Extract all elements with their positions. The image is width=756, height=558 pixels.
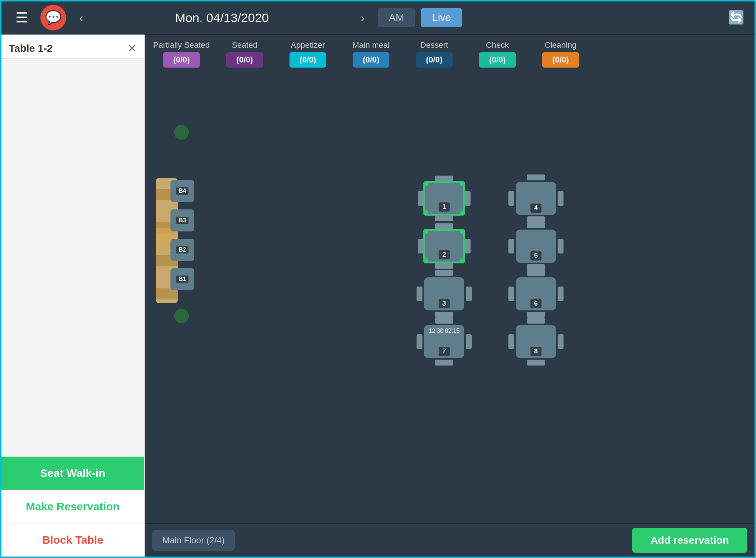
corner-bl [423,210,428,216]
status-item-main-meal[interactable]: Main meal (0/0) [342,40,400,68]
am-button[interactable]: AM [378,8,415,27]
chevron-left-icon: ‹ [79,11,83,25]
chair-top [527,174,545,180]
menu-icon: ☰ [15,10,28,26]
main-layout: Table 1-2 ✕ Seat Walk-in Make Reservatio… [1,35,755,557]
chair-right [466,287,472,301]
chair-right [466,334,472,349]
table-label: 6 [530,299,541,308]
make-reservation-button[interactable]: Make Reservation [1,490,144,523]
table-shape: 3 [424,277,464,310]
bar-seat-b3[interactable]: B3 [170,209,194,231]
refresh-icon: 🔄 [728,10,745,25]
chair-bottom [435,215,453,221]
bar-seat-b2[interactable]: B2 [170,239,194,261]
chat-button[interactable]: 💬 [40,5,66,30]
status-label: Main meal [352,40,389,50]
status-item-check[interactable]: Check (0/0) [468,40,527,68]
left-panel: Table 1-2 ✕ Seat Walk-in Make Reservatio… [1,35,145,557]
table-shape: 4 [516,182,556,215]
add-reservation-button[interactable]: Add reservation [632,528,747,553]
status-label: Partially Seated [153,40,210,50]
status-count: (0/0) [353,52,389,68]
table-label: 4 [530,204,541,213]
status-item-dessert[interactable]: Dessert (0/0) [405,40,464,68]
status-item-cleaning[interactable]: Cleaning (0/0) [531,40,590,68]
status-count: (0/0) [289,52,326,68]
table-1[interactable]: 1 [424,182,464,215]
bar-seat-b1[interactable]: B1 [170,268,194,290]
chevron-right-icon: › [361,11,365,25]
table-7[interactable]: 12:30 02:15 7 [424,325,464,358]
status-count: (0/0) [416,52,453,68]
seat-walkin-button[interactable]: Seat Walk-in [1,457,144,490]
table-time: 12:30 02:15 [429,327,460,335]
table-shape: 6 [516,277,556,310]
right-panel: Partially Seated (0/0) Seated (0/0) Appe… [145,35,755,557]
table-3[interactable]: 3 [424,277,464,310]
table-header: Table 1-2 ✕ [1,35,144,59]
chair-right [465,191,471,206]
table-8[interactable]: 8 [516,325,556,358]
table-label: 5 [530,251,541,260]
table-shape: 12:30 02:15 7 [424,325,464,358]
table-2[interactable]: 2 [424,230,464,263]
bar-seat-b4[interactable]: B4 [170,180,194,202]
refresh-button[interactable]: 🔄 [725,7,747,29]
status-label: Seated [232,40,258,50]
table-label: 2 [439,250,450,259]
plant-decoration-2 [174,309,189,323]
chair-top [527,270,545,276]
chair-bottom [435,360,453,366]
prev-date-button[interactable]: ‹ [72,8,90,27]
table-shape: 8 [516,325,556,358]
next-date-button[interactable]: › [353,8,372,27]
status-count: (0/0) [163,52,200,68]
bottom-bar: Main Floor (2/4) Add reservation [145,523,755,557]
status-label: Appetizer [291,40,325,50]
table-label: 7 [439,347,450,356]
table-content [1,59,144,457]
chair-right [558,239,564,253]
status-count: (0/0) [479,52,516,68]
table-title: Table 1-2 [9,43,53,54]
table-4[interactable]: 4 [516,182,556,215]
table-label: 8 [530,347,541,356]
status-item-appetizer[interactable]: Appetizer (0/0) [278,40,337,68]
table-shape: 5 [516,230,556,263]
chair-top [527,222,545,228]
table-shape: 1 [424,182,464,215]
chair-bottom [527,312,545,318]
bar-stool: B3 [170,209,194,231]
menu-button[interactable]: ☰ [9,5,35,30]
bar-stool: B1 [170,268,194,290]
bar-stool: B4 [170,180,194,202]
status-count: (0/0) [542,52,579,68]
status-item-seated[interactable]: Seated (0/0) [215,40,274,68]
status-item-partially-seated[interactable]: Partially Seated (0/0) [152,40,211,68]
bar-seats: B4 B3 B2 B1 [170,180,194,290]
chair-bottom [527,216,545,222]
close-button[interactable]: ✕ [127,42,137,55]
bar-stool-label: B4 [176,187,188,195]
chair-left [508,239,514,253]
table-5[interactable]: 5 [516,230,556,263]
corner-br [460,210,465,216]
block-table-button[interactable]: Block Table [1,523,144,557]
corner-br [460,258,465,263]
corner-bl [423,258,428,263]
bar-stool: B2 [170,239,194,261]
status-label: Cleaning [545,40,577,50]
chair-top [435,176,453,181]
top-bar: ☰ 💬 ‹ Mon. 04/13/2020 › AM Live 🔄 [1,1,755,35]
bottom-actions: Seat Walk-in Make Reservation Block Tabl… [1,457,144,557]
table-6[interactable]: 6 [516,277,556,310]
plant-decoration [174,125,189,140]
chair-right [465,239,471,253]
chair-left [418,191,424,206]
chair-bottom [527,360,545,366]
corner-tl [423,181,428,186]
chair-bottom [527,264,545,270]
chat-icon: 💬 [45,10,62,25]
live-button[interactable]: Live [421,8,462,27]
